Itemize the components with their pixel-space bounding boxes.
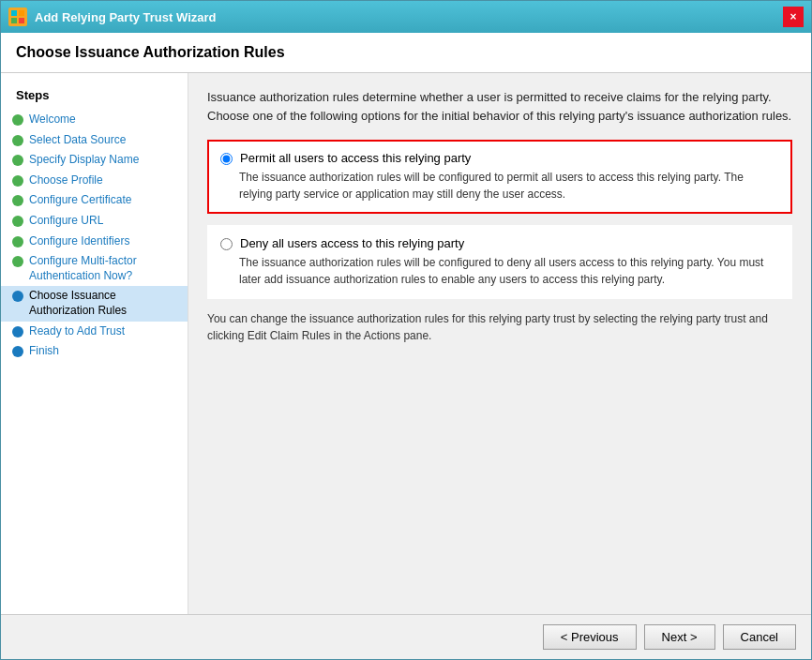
step-dot <box>12 291 23 302</box>
option-deny-title: Deny all users access to this relying pa… <box>240 236 464 250</box>
wizard-window: Add Relying Party Trust Wizard × Choose … <box>0 0 812 660</box>
svg-rect-3 <box>19 18 24 23</box>
title-bar: Add Relying Party Trust Wizard × <box>1 1 811 33</box>
svg-rect-1 <box>19 10 24 16</box>
step-dot <box>12 155 23 166</box>
step-label: Ready to Add Trust <box>29 324 125 339</box>
step-label: Choose Issuance Authorization Rules <box>29 289 176 318</box>
step-label: Configure Multi-factor Authentication No… <box>29 254 176 283</box>
step-dot <box>12 135 23 146</box>
step-label: Specify Display Name <box>29 153 139 168</box>
title-bar-left: Add Relying Party Trust Wizard <box>8 8 216 26</box>
step-dot <box>12 236 23 248</box>
sidebar-item-0[interactable]: Welcome <box>1 110 188 130</box>
sidebar: Steps WelcomeSelect Data SourceSpecify D… <box>1 73 188 614</box>
content-area: Steps WelcomeSelect Data SourceSpecify D… <box>1 73 811 614</box>
option-deny-row: Deny all users access to this relying pa… <box>220 236 779 250</box>
step-dot <box>12 326 23 338</box>
sidebar-item-5[interactable]: Configure URL <box>1 211 188 232</box>
intro-text: Issuance authorization rules determine w… <box>207 88 792 125</box>
footer: < Previous Next > Cancel <box>1 614 811 659</box>
sidebar-item-9[interactable]: Ready to Add Trust <box>1 322 188 342</box>
step-label: Choose Profile <box>29 173 103 188</box>
sidebar-item-3[interactable]: Choose Profile <box>1 171 188 191</box>
previous-button[interactable]: < Previous <box>543 624 637 650</box>
step-dot <box>12 216 23 227</box>
sidebar-item-8[interactable]: Choose Issuance Authorization Rules <box>1 286 188 321</box>
svg-rect-2 <box>11 18 17 23</box>
sidebar-item-1[interactable]: Select Data Source <box>1 130 188 151</box>
main-content: Issuance authorization rules determine w… <box>188 73 811 614</box>
page-header: Choose Issuance Authorization Rules <box>1 33 811 73</box>
sidebar-item-7[interactable]: Configure Multi-factor Authentication No… <box>1 251 188 286</box>
cancel-button[interactable]: Cancel <box>723 624 796 650</box>
option-permit-title: Permit all users to access this relying … <box>240 151 471 165</box>
option-deny-desc: The issuance authorization rules will be… <box>239 254 779 288</box>
radio-permit[interactable] <box>220 153 233 165</box>
step-label: Select Data Source <box>29 133 126 148</box>
sidebar-title: Steps <box>1 84 188 110</box>
sidebar-item-2[interactable]: Specify Display Name <box>1 150 188 171</box>
page-heading: Choose Issuance Authorization Rules <box>16 44 796 61</box>
svg-rect-0 <box>11 10 17 16</box>
option-permit-desc: The issuance authorization rules will be… <box>239 169 779 202</box>
step-dot <box>12 346 23 357</box>
option-deny-box: Deny all users access to this relying pa… <box>207 225 792 299</box>
window-title: Add Relying Party Trust Wizard <box>35 10 216 24</box>
step-dot <box>12 114 23 126</box>
change-note: You can change the issuance authorizatio… <box>207 310 792 344</box>
sidebar-item-10[interactable]: Finish <box>1 341 188 362</box>
step-label: Configure URL <box>29 214 103 229</box>
sidebar-item-4[interactable]: Configure Certificate <box>1 190 188 211</box>
option-permit-box: Permit all users to access this relying … <box>207 140 792 214</box>
step-label: Welcome <box>29 112 76 128</box>
step-label: Finish <box>29 344 59 359</box>
step-label: Configure Certificate <box>29 193 131 208</box>
step-label: Configure Identifiers <box>29 234 129 249</box>
step-dot <box>12 175 23 187</box>
close-button[interactable]: × <box>783 7 804 27</box>
step-dot <box>12 195 23 206</box>
next-button[interactable]: Next > <box>644 624 715 650</box>
app-icon <box>8 8 27 26</box>
option-permit-row: Permit all users to access this relying … <box>220 151 779 165</box>
step-dot <box>12 256 23 267</box>
radio-deny[interactable] <box>220 238 233 250</box>
sidebar-item-6[interactable]: Configure Identifiers <box>1 232 188 252</box>
